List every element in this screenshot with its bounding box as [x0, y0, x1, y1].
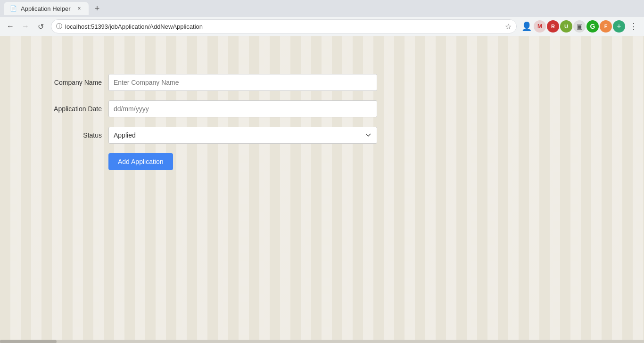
status-select[interactable]: Applied Interview Offer Rejected Withdra…	[108, 127, 377, 144]
tab-title: Application Helper	[21, 5, 72, 12]
company-name-input[interactable]	[108, 74, 377, 91]
page-content: Company Name Application Date Status App…	[0, 36, 644, 343]
tab-bar: 📄 Application Helper × +	[0, 0, 644, 17]
ext-icon-5[interactable]: G	[586, 20, 599, 33]
add-application-button[interactable]: Add Application	[108, 153, 173, 170]
new-tab-button[interactable]: +	[91, 2, 104, 15]
tab-close-button[interactable]: ×	[75, 5, 83, 12]
ext-icon-1[interactable]: M	[534, 20, 546, 33]
company-name-label: Company Name	[47, 79, 108, 86]
address-bar-wrapper: ⓘ ☆	[51, 19, 517, 33]
form-container: Company Name Application Date Status App…	[0, 36, 644, 170]
status-label: Status	[47, 131, 108, 139]
forward-button[interactable]: →	[19, 20, 32, 33]
application-date-label: Application Date	[47, 105, 108, 113]
back-button[interactable]: ←	[4, 20, 17, 33]
extensions-area: 👤 M R U ▣ G F +	[520, 20, 625, 33]
browser-menu-button[interactable]: ⋮	[627, 20, 640, 33]
nav-bar: ← → ↺ ⓘ ☆ 👤 M R U ▣ G F + ⋮	[0, 17, 644, 36]
bookmark-star-icon[interactable]: ☆	[505, 22, 512, 31]
application-date-row: Application Date	[47, 100, 377, 117]
ext-icon-7[interactable]: +	[613, 20, 625, 33]
ext-icon-6[interactable]: F	[600, 20, 612, 33]
reload-button[interactable]: ↺	[34, 20, 47, 33]
profile-icon[interactable]: 👤	[520, 20, 533, 33]
ext-icon-3[interactable]: U	[560, 20, 572, 33]
address-bar-input[interactable]	[65, 23, 502, 30]
scrollbar-thumb[interactable]	[0, 340, 57, 343]
company-name-row: Company Name	[47, 74, 377, 91]
browser-chrome: 📄 Application Helper × + ← → ↺ ⓘ ☆ 👤 M R…	[0, 0, 644, 36]
horizontal-scrollbar[interactable]	[0, 340, 644, 343]
address-lock-icon: ⓘ	[56, 22, 62, 31]
ext-icon-4[interactable]: ▣	[573, 20, 586, 33]
tab-favicon-icon: 📄	[9, 5, 17, 12]
application-date-input[interactable]	[108, 100, 377, 117]
ext-icon-2[interactable]: R	[547, 20, 559, 33]
browser-tab[interactable]: 📄 Application Helper ×	[4, 2, 89, 15]
status-row: Status Applied Interview Offer Rejected …	[47, 127, 377, 144]
